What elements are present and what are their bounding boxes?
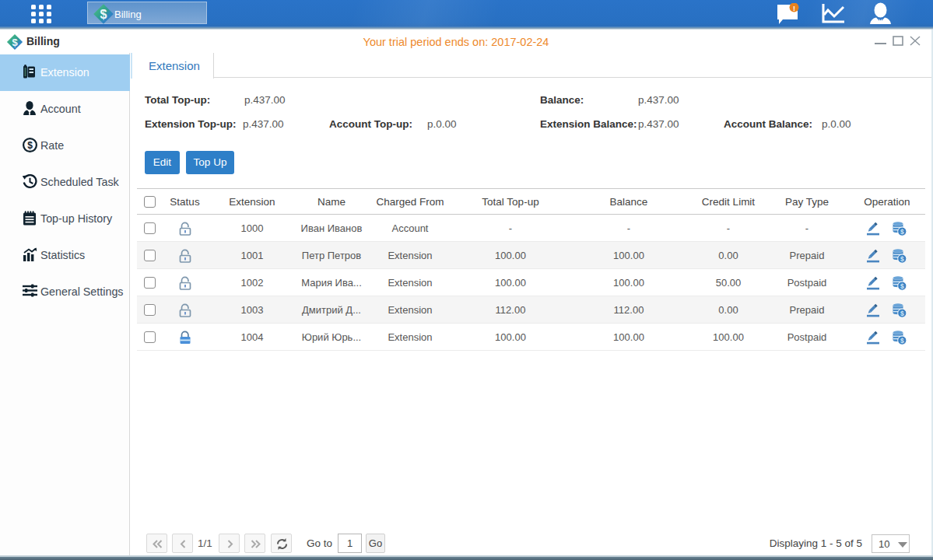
svg-text:!: ! [793, 5, 795, 12]
svg-text:$: $ [900, 227, 904, 235]
svg-text:$: $ [900, 282, 904, 289]
svg-text:$: $ [900, 254, 904, 262]
svg-text:$: $ [100, 8, 107, 21]
svg-text:$: $ [900, 336, 904, 344]
svg-text:$: $ [27, 140, 33, 151]
svg-text:$: $ [900, 309, 904, 317]
